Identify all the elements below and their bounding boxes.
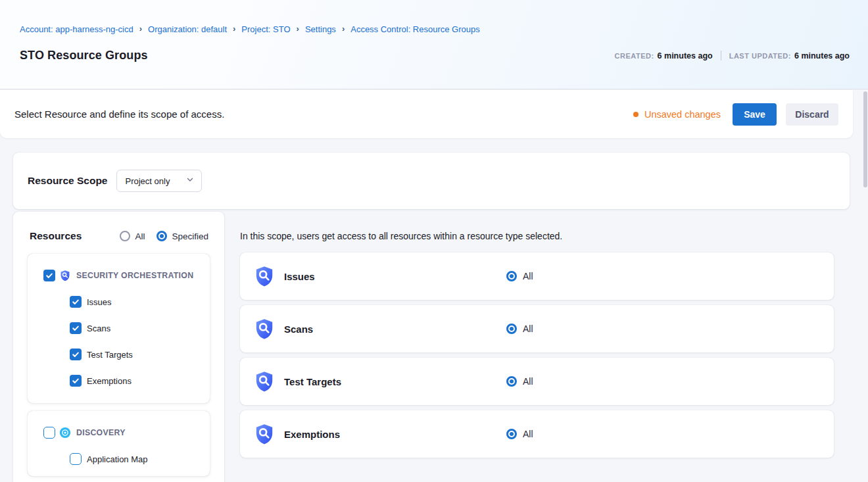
last-updated-label: LAST UPDATED: (729, 52, 791, 60)
checkbox-checked[interactable] (43, 270, 55, 281)
checkbox-checked[interactable] (70, 375, 82, 387)
discovery-icon (59, 427, 71, 439)
header-meta: CREATED: 6 minutes ago LAST UPDATED: 6 m… (615, 51, 850, 60)
resource-scope-card: Resource Scope Project only (13, 153, 850, 209)
radio-selected-icon[interactable] (506, 376, 517, 387)
resource-row-label: Scans (284, 324, 313, 335)
unsaved-changes-label: Unsaved changes (644, 109, 721, 120)
toolbar: Select Resource and define its scope of … (0, 90, 853, 138)
unsaved-changes-dot-icon (633, 112, 639, 117)
breadcrumb-separator-icon: › (297, 24, 299, 34)
radio-option-all[interactable]: All (506, 429, 533, 439)
resource-type-item[interactable]: Application Map (28, 446, 210, 472)
sto-shield-icon (253, 265, 276, 287)
save-button[interactable]: Save (733, 103, 777, 126)
radio-unselected-icon[interactable] (120, 231, 130, 241)
resource-rows: IssuesAllScansAllTest TargetsAllExemptio… (240, 253, 834, 463)
resource-row-label: Issues (284, 271, 315, 282)
resource-type-label: Exemptions (87, 376, 132, 386)
discard-button[interactable]: Discard (786, 103, 838, 126)
radio-selected-icon[interactable] (157, 231, 167, 241)
access-all-label: All (523, 271, 533, 281)
checkbox-unchecked[interactable] (70, 453, 82, 465)
meta-divider (721, 51, 721, 60)
breadcrumb: Account: app-harness-ng-cicd›Organizatio… (20, 24, 480, 34)
resource-type-item[interactable]: Test Targets (28, 341, 210, 368)
sto-shield-icon (59, 270, 71, 281)
toolbar-actions: Unsaved changes Save Discard (633, 103, 838, 126)
radio-option-all[interactable]: All (506, 376, 533, 387)
resource-row: ScansAll (240, 305, 834, 352)
resource-group-header[interactable]: DISCOVERY (28, 420, 210, 446)
created-value: 6 minutes ago (658, 51, 713, 60)
resource-type-item[interactable]: Exemptions (28, 368, 210, 394)
resource-group-name: SECURITY ORCHESTRATION (76, 271, 193, 280)
chevron-down-icon (185, 175, 195, 187)
sto-shield-icon (253, 423, 276, 445)
checkbox-checked[interactable] (70, 349, 82, 360)
page-header: Account: app-harness-ng-cicd›Organizatio… (0, 0, 868, 89)
radio-option-all[interactable]: All (506, 271, 533, 281)
breadcrumb-link[interactable]: Account: app-harness-ng-cicd (20, 24, 133, 34)
sto-shield-icon (253, 370, 276, 393)
toolbar-description: Select Resource and define its scope of … (14, 108, 224, 120)
radio-selected-icon[interactable] (506, 271, 517, 281)
resource-scope-selected-value: Project only (125, 176, 185, 186)
resource-type-label: Issues (87, 297, 112, 307)
resource-row-label: Test Targets (284, 376, 341, 387)
resource-type-label: Scans (87, 324, 110, 333)
resource-type-label: Application Map (87, 454, 148, 464)
checkbox-checked[interactable] (70, 322, 82, 334)
radio-option-specified[interactable]: Specified (157, 231, 208, 241)
resource-row: ExemptionsAll (240, 410, 834, 458)
resource-type-item[interactable]: Issues (28, 289, 210, 315)
created-label: CREATED: (615, 52, 654, 60)
resource-group-header[interactable]: SECURITY ORCHESTRATION (28, 262, 210, 289)
breadcrumb-link[interactable]: Access Control: Resource Groups (350, 24, 480, 34)
last-updated-value: 6 minutes ago (794, 51, 850, 60)
resource-type-label: Test Targets (87, 350, 133, 360)
resource-groups: SECURITY ORCHESTRATIONIssuesScansTest Ta… (13, 254, 224, 476)
radio-selected-icon[interactable] (506, 324, 517, 334)
radio-option-all[interactable]: All (506, 324, 533, 334)
access-all-label: All (523, 324, 533, 334)
resource-row-label: Exemptions (284, 429, 340, 440)
radio-option-all[interactable]: All (120, 231, 145, 241)
resources-panel: Resources All Specified SECURITY ORCHEST… (13, 212, 224, 482)
breadcrumb-link[interactable]: Settings (305, 24, 336, 34)
resources-panel-header: Resources All Specified (13, 212, 224, 242)
vertical-scrollbar[interactable] (863, 91, 867, 187)
page-title: STO Resource Groups (20, 49, 148, 62)
breadcrumb-separator-icon: › (342, 24, 345, 34)
title-row: STO Resource Groups CREATED: 6 minutes a… (20, 49, 850, 62)
resource-type-item[interactable]: Scans (28, 315, 210, 341)
access-all-label: All (523, 376, 533, 387)
resource-scope-label: Resource Scope (28, 175, 107, 187)
breadcrumb-link[interactable]: Organization: default (148, 24, 227, 34)
resources-mode-radios: All Specified (120, 231, 208, 241)
resource-row: IssuesAll (240, 253, 834, 300)
radio-selected-icon[interactable] (506, 429, 517, 439)
access-all-label: All (523, 429, 533, 439)
breadcrumb-separator-icon: › (233, 24, 235, 34)
resource-scope-select[interactable]: Project only (116, 170, 202, 192)
sto-shield-icon (253, 318, 276, 340)
resource-group-card: SECURITY ORCHESTRATIONIssuesScansTest Ta… (28, 254, 210, 403)
breadcrumb-separator-icon: › (139, 24, 142, 34)
checkbox-unchecked[interactable] (43, 427, 55, 439)
resource-row: Test TargetsAll (240, 358, 834, 405)
scope-description: In this scope, users get access to all r… (240, 231, 562, 241)
breadcrumb-link[interactable]: Project: STO (241, 24, 290, 34)
resource-group-name: DISCOVERY (76, 428, 126, 437)
resources-title: Resources (30, 230, 82, 242)
checkbox-checked[interactable] (70, 296, 82, 308)
resource-group-card: DISCOVERYApplication Map (28, 411, 210, 476)
